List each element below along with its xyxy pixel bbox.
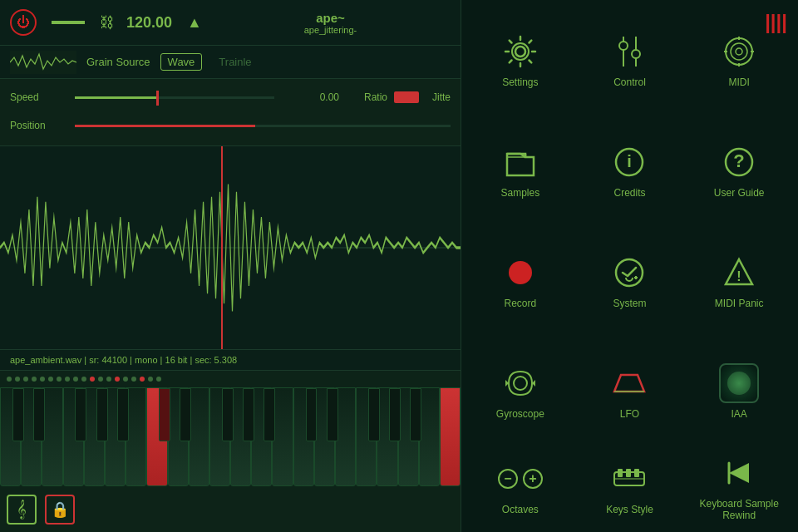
samples-icon [500, 142, 540, 182]
key-ds1[interactable] [33, 388, 45, 441]
key-c4[interactable] [440, 387, 461, 486]
svg-text:?: ? [733, 150, 744, 171]
user-guide-menu-item[interactable]: ? User Guide [684, 115, 794, 225]
power-icon: ⏻ [17, 15, 30, 30]
control-menu-item[interactable]: Control [575, 4, 685, 115]
gyroscope-icon [500, 363, 540, 403]
octave-plus[interactable]: + [523, 469, 543, 489]
speed-value: 0.00 [281, 91, 339, 103]
lfo-menu-item[interactable]: LFO [575, 336, 685, 446]
dot-9 [73, 377, 78, 382]
key-d3[interactable] [314, 387, 335, 486]
key-g1[interactable] [84, 387, 105, 486]
waveform-mini [10, 51, 76, 74]
dot-16 [131, 377, 136, 382]
credits-label: Credits [613, 187, 645, 199]
octave-minus[interactable]: − [498, 469, 518, 489]
key-as3[interactable] [410, 388, 421, 441]
key-gs3[interactable] [389, 388, 401, 441]
keyboard-sample-rewind-icon [719, 453, 759, 493]
lock-button[interactable]: 🔒 [45, 495, 75, 525]
key-e2[interactable] [189, 387, 209, 486]
key-f2[interactable] [209, 387, 230, 486]
keys-style-menu-item[interactable]: Keys Style [575, 446, 685, 528]
keyboard-sample-rewind-menu-item[interactable]: Keyboard Sample Rewind [684, 446, 794, 528]
svg-point-3 [619, 42, 628, 50]
svg-point-22 [514, 377, 527, 390]
key-d1[interactable] [21, 387, 42, 486]
user-guide-label: User Guide [714, 187, 765, 199]
dot-5 [40, 377, 45, 382]
bpm-display[interactable]: 120.00 [126, 14, 172, 32]
key-cs2[interactable] [159, 388, 170, 441]
grain-source-bar: Grain Source Wave Trainle [0, 46, 461, 79]
key-a1[interactable] [105, 387, 126, 486]
iaa-icon [719, 363, 759, 403]
key-a3[interactable] [398, 387, 419, 486]
link-icon[interactable]: ⛓ [100, 14, 115, 32]
key-fs2[interactable] [222, 388, 234, 441]
key-gs2[interactable] [243, 388, 254, 441]
key-d2[interactable] [168, 387, 189, 486]
right-panel: Settings Control |||| [461, 0, 798, 532]
settings-menu-item[interactable]: Settings [466, 4, 575, 115]
dot-15 [123, 377, 128, 382]
system-menu-item[interactable]: System [575, 225, 685, 336]
bottom-controls: 𝄞 🔒 [0, 486, 461, 532]
spring-button[interactable]: 𝄞 [7, 495, 37, 525]
key-as1[interactable] [117, 388, 129, 441]
user-guide-icon: ? [719, 142, 759, 182]
midi-panic-icon: ! [719, 253, 759, 293]
key-f3[interactable] [356, 387, 377, 486]
tab-wave[interactable]: Wave [160, 53, 203, 71]
key-gs1[interactable] [96, 388, 108, 441]
octaves-menu-item[interactable]: − + Octaves [466, 446, 575, 528]
key-a2[interactable] [251, 387, 272, 486]
key-g2[interactable] [230, 387, 251, 486]
midi-menu-item[interactable]: |||| MIDI [684, 4, 794, 115]
key-fs3[interactable] [368, 388, 380, 441]
key-as2[interactable] [264, 388, 275, 441]
iaa-inner [727, 372, 751, 395]
key-fs1[interactable] [75, 388, 86, 441]
playhead [221, 146, 223, 349]
key-e1[interactable] [42, 387, 62, 486]
key-b1[interactable] [126, 387, 146, 486]
jitter-label: Jitte [426, 91, 451, 103]
key-ds3[interactable] [327, 388, 338, 441]
key-b2[interactable] [272, 387, 293, 486]
key-g3[interactable] [377, 387, 397, 486]
control-icon [609, 32, 649, 71]
speed-slider[interactable] [75, 96, 274, 99]
gyroscope-menu-item[interactable]: Gyroscope [466, 336, 575, 446]
key-cs3[interactable] [306, 388, 318, 441]
midi-label: MIDI [728, 76, 749, 88]
iaa-menu-item[interactable]: IAA [684, 336, 794, 446]
power-button[interactable]: ⏻ [10, 9, 37, 36]
jitter-slider[interactable] [394, 91, 419, 103]
settings-icon [500, 32, 540, 71]
tab-trainle[interactable]: Trainle [212, 54, 258, 70]
key-c1[interactable] [0, 387, 21, 486]
position-control-row: Position [10, 112, 451, 139]
credits-menu-item[interactable]: i Credits [575, 115, 685, 225]
key-c3[interactable] [293, 387, 314, 486]
key-ds2[interactable] [180, 388, 191, 441]
key-cs1[interactable] [12, 388, 24, 441]
waveform-display[interactable] [0, 146, 461, 349]
piano-keys-container[interactable] [0, 387, 461, 486]
key-e3[interactable] [335, 387, 356, 486]
key-f1[interactable] [63, 387, 84, 486]
dot-12 [98, 377, 103, 382]
app-subtitle: ape_jittering- [210, 25, 451, 35]
up-arrow-icon[interactable]: ▲ [187, 14, 202, 32]
position-slider[interactable] [75, 125, 451, 127]
key-b3[interactable] [419, 387, 440, 486]
key-c2[interactable] [146, 387, 167, 486]
samples-menu-item[interactable]: Samples [466, 115, 575, 225]
record-dot [509, 261, 532, 284]
record-menu-item[interactable]: Record [466, 225, 575, 336]
control-label: Control [613, 76, 646, 88]
midi-panic-menu-item[interactable]: ! MIDI Panic [684, 225, 794, 336]
dot-1 [7, 377, 12, 382]
